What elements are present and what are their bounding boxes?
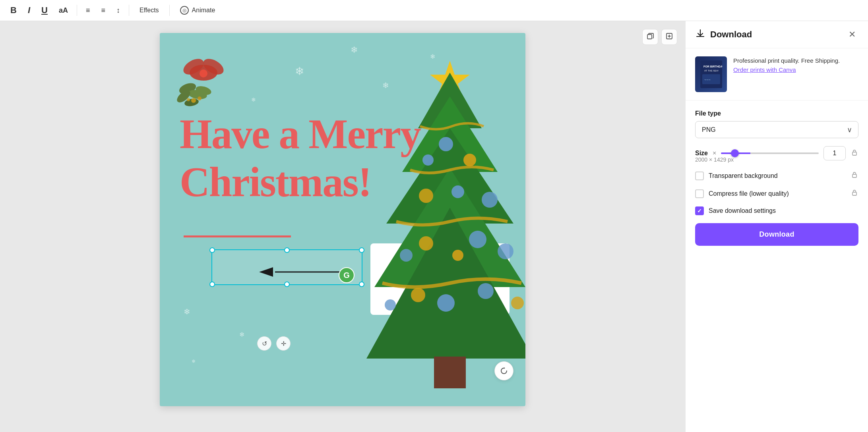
file-type-select-wrapper[interactable]: PNG JPG PDF Print PDF Standard SVG ∨ [695,121,858,138]
compress-file-row: Compress file (lower quality) [695,189,858,199]
svg-point-37 [511,297,524,309]
promo-text-block: Professional print quality. Free Shippin… [733,56,840,73]
panel-title-row: Download [695,29,752,40]
font-size-button[interactable]: aA [55,4,72,17]
save-settings-row: Save download settings [695,206,858,215]
size-section: Size × 2000 × 1429 px [695,146,858,163]
promo-thumbnail-inner: FOR BIRTHDAY AT THE SEA! ~~~ [695,56,727,92]
handle-top-left[interactable] [209,247,215,253]
handle-top-right[interactable] [359,247,364,253]
svg-point-36 [437,294,455,312]
svg-marker-15 [259,267,273,277]
list-button[interactable]: ≡ [97,4,109,17]
canvas-bottom-controls: ↺ ✛ [257,336,291,351]
file-type-section: File type PNG JPG PDF Print PDF Standard… [695,110,858,138]
close-button[interactable]: ✕ [846,28,858,41]
canvas-area[interactable]: ❄ ❄ ❄ ❄ ❄ ❄ ❄ ❄ [0,21,685,432]
transparent-bg-lock-icon[interactable] [851,171,858,181]
svg-point-34 [478,283,494,299]
bold-button[interactable]: B [6,3,21,18]
svg-point-25 [422,154,434,166]
svg-point-38 [385,299,396,310]
align-button[interactable]: ≡ [82,4,94,17]
animate-label: Animate [192,7,215,14]
print-promo: FOR BIRTHDAY AT THE SEA! ~~~ Professiona… [686,48,868,100]
move-button[interactable]: ✛ [276,336,291,351]
svg-text:FOR BIRTHDAY: FOR BIRTHDAY [703,65,722,68]
transparent-bg-row: Transparent background [695,171,858,181]
underline-button[interactable]: U [37,3,52,18]
size-multiplier: × [713,150,716,157]
svg-point-35 [411,288,425,302]
christmas-card[interactable]: ❄ ❄ ❄ ❄ ❄ ❄ ❄ ❄ [160,33,525,406]
panel-body: File type PNG JPG PDF Print PDF Standard… [686,100,868,255]
animate-button[interactable]: ◎ Animate [174,4,221,17]
svg-point-23 [439,137,453,151]
size-slider-wrapper[interactable] [721,152,819,154]
svg-point-33 [452,250,463,261]
download-button[interactable]: Download [695,223,858,246]
svg-point-27 [419,189,433,203]
svg-point-24 [463,154,476,166]
toolbar-divider-3 [169,5,170,16]
christmas-tree [366,57,525,406]
animate-icon: ◎ [180,6,189,15]
svg-point-26 [482,192,498,208]
add-page-button[interactable] [661,29,677,45]
file-type-label: File type [695,110,858,117]
svg-rect-46 [852,192,856,195]
svg-point-12 [198,96,202,100]
italic-button[interactable]: I [24,3,34,18]
file-type-select[interactable]: PNG JPG PDF Print PDF Standard SVG [695,121,858,138]
toolbar-divider-1 [77,5,77,16]
svg-text:AT THE SEA!: AT THE SEA! [704,69,719,72]
svg-point-5 [200,69,207,77]
save-settings-label: Save download settings [709,207,776,214]
svg-point-31 [498,243,513,259]
handle-top-mid[interactable] [284,247,290,253]
svg-point-30 [419,236,433,251]
svg-rect-44 [852,152,856,155]
line-height-button[interactable]: ↕ [112,4,124,17]
download-header-icon [695,29,705,40]
promo-description: Professional print quality. Free Shippin… [733,56,840,65]
add-page-icon [665,32,673,42]
transparent-bg-checkbox[interactable] [695,172,704,180]
download-panel: Download ✕ FOR BIRTHDAY AT THE SEA! ~~~ [685,21,868,432]
canvas-toolbar [642,29,677,45]
handle-bottom-right[interactable] [359,282,364,287]
size-input[interactable] [823,146,846,160]
size-slider[interactable] [721,152,819,154]
bow-decoration [172,49,239,120]
promo-link[interactable]: Order prints with Canva [733,66,840,73]
main-content: ❄ ❄ ❄ ❄ ❄ ❄ ❄ ❄ [0,21,868,432]
effects-button[interactable]: Effects [134,4,165,16]
handle-bottom-left[interactable] [209,282,215,287]
rotate-button[interactable]: ↺ [257,336,271,351]
duplicate-button[interactable] [642,29,658,45]
toolbar-divider-2 [129,5,129,16]
svg-point-28 [451,185,464,198]
toolbar: B I U aA ≡ ≡ ↕ Effects ◎ Animate [0,0,868,21]
lock-icon[interactable] [851,148,858,158]
card-red-line [184,235,291,237]
panel-header: Download ✕ [686,21,868,48]
compress-file-checkbox[interactable] [695,189,704,198]
svg-rect-22 [434,357,466,388]
svg-rect-0 [647,35,652,39]
svg-text:~~~: ~~~ [704,78,711,82]
compress-file-label: Compress file (lower quality) [709,190,789,197]
svg-point-32 [400,249,413,262]
promo-thumbnail: FOR BIRTHDAY AT THE SEA! ~~~ [695,56,727,92]
transparent-bg-label: Transparent background [709,172,778,179]
compress-file-lock-icon[interactable] [851,189,858,199]
svg-point-11 [191,98,196,103]
duplicate-icon [646,32,654,42]
save-settings-checkbox[interactable] [695,206,704,215]
svg-point-13 [187,98,190,101]
panel-title: Download [710,29,752,40]
svg-rect-45 [852,174,856,177]
svg-point-29 [469,231,486,248]
regenerate-button[interactable] [494,361,513,380]
g-avatar: G [339,267,355,283]
